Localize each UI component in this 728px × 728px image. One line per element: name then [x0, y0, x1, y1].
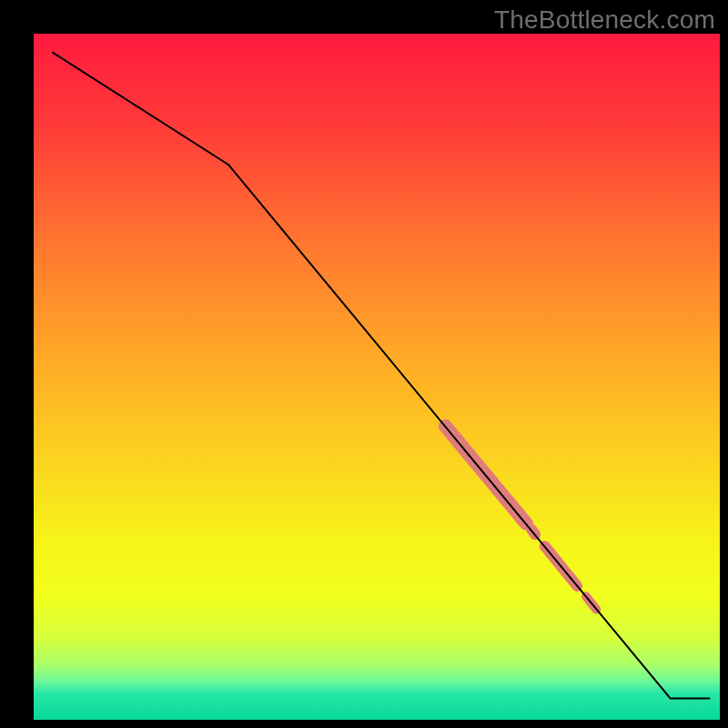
chart-svg — [0, 0, 728, 728]
chart-frame: { "watermark": "TheBottleneck.com", "cha… — [0, 0, 728, 728]
watermark-text: TheBottleneck.com — [494, 5, 715, 35]
plot-background — [34, 34, 720, 720]
